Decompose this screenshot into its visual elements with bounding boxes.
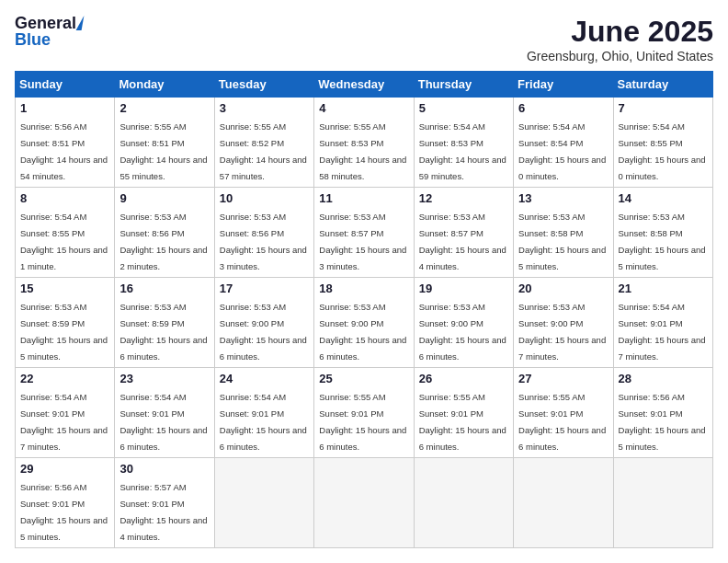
day-info: Sunrise: 5:54 AMSunset: 9:01 PMDaylight:…: [619, 302, 706, 362]
day-info: Sunrise: 5:54 AMSunset: 9:01 PMDaylight:…: [220, 392, 307, 452]
table-row: 25 Sunrise: 5:55 AMSunset: 9:01 PMDaylig…: [314, 368, 414, 458]
day-number: 27: [518, 372, 608, 385]
day-info: Sunrise: 5:53 AMSunset: 8:57 PMDaylight:…: [419, 212, 506, 271]
page-header: General Blue June 2025 Greensburg, Ohio,…: [15, 15, 713, 63]
day-info: Sunrise: 5:54 AMSunset: 9:01 PMDaylight:…: [119, 392, 207, 452]
calendar-week-row: 29 Sunrise: 5:56 AMSunset: 9:01 PMDaylig…: [16, 458, 713, 548]
table-row: 23 Sunrise: 5:54 AMSunset: 9:01 PMDaylig…: [115, 368, 214, 458]
day-number: 26: [419, 372, 508, 385]
table-row: [414, 458, 513, 548]
day-number: 3: [220, 101, 309, 115]
col-monday: Monday: [115, 72, 214, 98]
calendar-header-row: Sunday Monday Tuesday Wednesday Thursday…: [16, 72, 713, 98]
day-number: 25: [319, 372, 408, 385]
col-saturday: Saturday: [613, 72, 712, 98]
day-info: Sunrise: 5:55 AMSunset: 8:53 PMDaylight:…: [319, 121, 406, 181]
col-wednesday: Wednesday: [314, 72, 414, 98]
day-info: Sunrise: 5:53 AMSunset: 9:00 PMDaylight:…: [220, 302, 307, 362]
table-row: 13 Sunrise: 5:53 AMSunset: 8:58 PMDaylig…: [514, 188, 613, 278]
logo-blue-text: Blue: [15, 31, 51, 48]
month-title: June 2025: [527, 15, 713, 49]
logo-general-text: General: [15, 15, 76, 31]
table-row: 28 Sunrise: 5:56 AMSunset: 9:01 PMDaylig…: [613, 368, 712, 458]
table-row: 7 Sunrise: 5:54 AMSunset: 8:55 PMDayligh…: [613, 98, 712, 188]
day-number: 1: [20, 101, 109, 115]
col-tuesday: Tuesday: [214, 72, 313, 98]
day-number: 22: [20, 372, 109, 385]
day-number: 11: [319, 191, 408, 205]
table-row: 9 Sunrise: 5:53 AMSunset: 8:56 PMDayligh…: [115, 188, 214, 278]
day-info: Sunrise: 5:55 AMSunset: 9:01 PMDaylight:…: [518, 392, 606, 452]
day-info: Sunrise: 5:53 AMSunset: 8:56 PMDaylight:…: [119, 212, 207, 271]
day-info: Sunrise: 5:53 AMSunset: 8:59 PMDaylight:…: [119, 302, 207, 362]
table-row: 24 Sunrise: 5:54 AMSunset: 9:01 PMDaylig…: [214, 368, 313, 458]
day-info: Sunrise: 5:53 AMSunset: 8:58 PMDaylight:…: [518, 212, 606, 271]
table-row: 5 Sunrise: 5:54 AMSunset: 8:53 PMDayligh…: [414, 98, 513, 188]
day-info: Sunrise: 5:55 AMSunset: 8:52 PMDaylight:…: [220, 121, 307, 181]
day-info: Sunrise: 5:55 AMSunset: 9:01 PMDaylight:…: [419, 392, 506, 452]
day-number: 19: [419, 282, 508, 295]
calendar-week-row: 22 Sunrise: 5:54 AMSunset: 9:01 PMDaylig…: [16, 368, 713, 458]
day-number: 2: [119, 101, 209, 115]
day-number: 14: [619, 191, 708, 205]
table-row: 27 Sunrise: 5:55 AMSunset: 9:01 PMDaylig…: [514, 368, 613, 458]
table-row: 2 Sunrise: 5:55 AMSunset: 8:51 PMDayligh…: [115, 98, 214, 188]
day-number: 8: [20, 191, 109, 205]
table-row: 17 Sunrise: 5:53 AMSunset: 9:00 PMDaylig…: [214, 278, 313, 368]
day-info: Sunrise: 5:56 AMSunset: 9:01 PMDaylight:…: [619, 392, 706, 452]
calendar-week-row: 15 Sunrise: 5:53 AMSunset: 8:59 PMDaylig…: [16, 278, 713, 368]
day-number: 6: [518, 101, 608, 115]
day-number: 10: [220, 191, 309, 205]
day-info: Sunrise: 5:54 AMSunset: 8:55 PMDaylight:…: [20, 212, 108, 271]
day-number: 21: [619, 282, 708, 295]
location-subtitle: Greensburg, Ohio, United States: [527, 49, 713, 63]
table-row: [613, 458, 712, 548]
table-row: 22 Sunrise: 5:54 AMSunset: 9:01 PMDaylig…: [16, 368, 115, 458]
table-row: 8 Sunrise: 5:54 AMSunset: 8:55 PMDayligh…: [16, 188, 115, 278]
day-info: Sunrise: 5:56 AMSunset: 9:01 PMDaylight:…: [20, 482, 108, 542]
table-row: 11 Sunrise: 5:53 AMSunset: 8:57 PMDaylig…: [314, 188, 414, 278]
day-info: Sunrise: 5:57 AMSunset: 9:01 PMDaylight:…: [119, 482, 207, 542]
day-info: Sunrise: 5:56 AMSunset: 8:51 PMDaylight:…: [20, 121, 108, 181]
table-row: 18 Sunrise: 5:53 AMSunset: 9:00 PMDaylig…: [314, 278, 414, 368]
day-number: 24: [220, 372, 309, 385]
day-number: 29: [20, 462, 109, 476]
table-row: 6 Sunrise: 5:54 AMSunset: 8:54 PMDayligh…: [514, 98, 613, 188]
col-thursday: Thursday: [414, 72, 513, 98]
day-number: 23: [119, 372, 209, 385]
day-info: Sunrise: 5:53 AMSunset: 8:59 PMDaylight:…: [20, 302, 108, 362]
calendar-table: Sunday Monday Tuesday Wednesday Thursday…: [15, 71, 713, 548]
day-info: Sunrise: 5:54 AMSunset: 8:53 PMDaylight:…: [419, 121, 506, 181]
table-row: 3 Sunrise: 5:55 AMSunset: 8:52 PMDayligh…: [214, 98, 313, 188]
table-row: 1 Sunrise: 5:56 AMSunset: 8:51 PMDayligh…: [16, 98, 115, 188]
day-info: Sunrise: 5:53 AMSunset: 9:00 PMDaylight:…: [518, 302, 606, 362]
day-number: 4: [319, 101, 408, 115]
table-row: 4 Sunrise: 5:55 AMSunset: 8:53 PMDayligh…: [314, 98, 414, 188]
table-row: 20 Sunrise: 5:53 AMSunset: 9:00 PMDaylig…: [514, 278, 613, 368]
calendar-week-row: 1 Sunrise: 5:56 AMSunset: 8:51 PMDayligh…: [16, 98, 713, 188]
table-row: 16 Sunrise: 5:53 AMSunset: 8:59 PMDaylig…: [115, 278, 214, 368]
day-number: 17: [220, 282, 309, 295]
day-number: 28: [619, 372, 708, 385]
day-info: Sunrise: 5:53 AMSunset: 8:56 PMDaylight:…: [220, 212, 307, 271]
day-number: 20: [518, 282, 608, 295]
table-row: [314, 458, 414, 548]
day-number: 7: [619, 101, 708, 115]
table-row: [514, 458, 613, 548]
table-row: 21 Sunrise: 5:54 AMSunset: 9:01 PMDaylig…: [613, 278, 712, 368]
day-info: Sunrise: 5:54 AMSunset: 9:01 PMDaylight:…: [20, 392, 108, 452]
table-row: 19 Sunrise: 5:53 AMSunset: 9:00 PMDaylig…: [414, 278, 513, 368]
day-info: Sunrise: 5:54 AMSunset: 8:55 PMDaylight:…: [619, 121, 706, 181]
day-info: Sunrise: 5:53 AMSunset: 8:57 PMDaylight:…: [319, 212, 406, 271]
day-number: 13: [518, 191, 608, 205]
day-info: Sunrise: 5:53 AMSunset: 9:00 PMDaylight:…: [419, 302, 506, 362]
title-area: June 2025 Greensburg, Ohio, United State…: [527, 15, 713, 63]
table-row: 15 Sunrise: 5:53 AMSunset: 8:59 PMDaylig…: [16, 278, 115, 368]
day-number: 18: [319, 282, 408, 295]
table-row: [214, 458, 313, 548]
day-info: Sunrise: 5:53 AMSunset: 9:00 PMDaylight:…: [319, 302, 406, 362]
day-info: Sunrise: 5:55 AMSunset: 8:51 PMDaylight:…: [119, 121, 207, 181]
day-number: 12: [419, 191, 508, 205]
logo-triangle-icon: [76, 16, 85, 30]
day-number: 9: [119, 191, 209, 205]
